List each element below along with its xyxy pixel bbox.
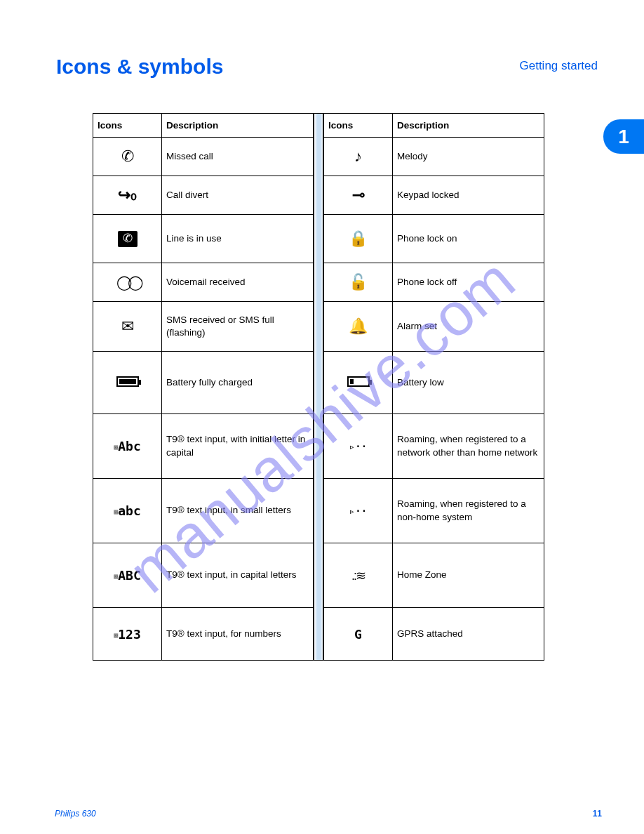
page-footer: Philips 630 11 [55,809,602,819]
phone-lock-on-icon: 🔒 [349,231,368,246]
table-row: ↪₀ Call divert [93,176,314,215]
row-label: T9® text input, in capital letters [162,543,314,608]
row-label: GPRS attached [393,608,544,661]
icons-tables: Icons Description ✆ Missed call ↪₀ Call … [93,113,544,661]
footer-left: Philips 630 [55,809,96,819]
row-label: Voicemail received [162,263,314,302]
header-icons: Icons [93,114,162,138]
header-icons: Icons [324,114,393,138]
table-row: ▩ABC T9® text input, in capital letters [93,543,314,608]
row-label: SMS received or SMS full (flashing) [162,302,314,352]
line-in-use-icon: ✆ [118,231,137,247]
table-row: ⊸ Keypad locked [324,176,544,215]
gprs-icon: G [354,627,362,642]
row-label: Battery fully charged [162,352,314,414]
phone-lock-off-icon: 🔓 [349,274,368,290]
header-description: Description [162,114,314,138]
t9-numeric-icon: ▩123 [114,627,141,642]
table-row: ✉ SMS received or SMS full (flashing) [93,302,314,352]
missed-call-icon: ✆ [121,149,134,164]
table-row: ◯◯ Voicemail received [93,263,314,302]
table-row: ▩Abc T9® text input, with initial letter… [93,414,314,479]
page-number: 11 [593,809,602,819]
row-label: Line is in use [162,215,314,263]
table-row: ▩abc T9® text input, in small letters [93,479,314,543]
table-row: .:≋ Home Zone [324,543,544,608]
battery-low-icon [347,376,370,387]
sms-icon: ✉ [121,319,134,334]
table-row: Battery low [324,352,544,414]
table-row: ✆ Missed call [93,138,314,176]
keypad-locked-icon: ⊸ [352,187,365,203]
table-row: ▹·· Roaming, when registered to a non-ho… [324,479,544,543]
page-title: Icons & symbols [56,55,223,79]
row-label: T9® text input, for numbers [162,608,314,661]
breadcrumb: Getting started [519,59,598,73]
table-row: ▹·· Roaming, when registered to a networ… [324,414,544,479]
table-row: 🔔 Alarm set [324,302,544,352]
row-label: Home Zone [393,543,544,608]
table-row: ♪ Melody [324,138,544,176]
roaming-home-icon: ▹·· [349,441,367,452]
row-label: Battery low [393,352,544,414]
row-label: Melody [393,138,544,176]
row-label: Phone lock off [393,263,544,302]
header-description: Description [393,114,544,138]
melody-icon: ♪ [354,149,362,164]
t9-lowercase-icon: ▩abc [114,503,141,518]
row-label: Roaming, when registered to a network ot… [393,414,544,479]
row-label: Phone lock on [393,215,544,263]
call-divert-icon: ↪₀ [118,187,137,203]
table-row: ▩123 T9® text input, for numbers [93,608,314,661]
t9-uppercase-icon: ▩ABC [114,568,141,583]
voicemail-icon: ◯◯ [116,275,139,289]
row-label: Call divert [162,176,314,215]
t9-initial-cap-icon: ▩Abc [114,439,141,454]
icons-table-right: Icons Description ♪ Melody ⊸ Keypad lock… [323,113,544,661]
table-row: G GPRS attached [324,608,544,661]
table-row: 🔓 Phone lock off [324,263,544,302]
row-label: Missed call [162,138,314,176]
row-label: Keypad locked [393,176,544,215]
table-row: 🔒 Phone lock on [324,215,544,263]
table-row: ✆ Line is in use [93,215,314,263]
icons-table-left: Icons Description ✆ Missed call ↪₀ Call … [93,113,314,661]
row-label: T9® text input, with initial letter in c… [162,414,314,479]
row-label: T9® text input, in small letters [162,479,314,543]
alarm-set-icon: 🔔 [349,319,368,334]
roaming-non-home-icon: ▹·· [349,505,367,517]
home-zone-icon: .:≋ [351,569,365,582]
table-row: Battery fully charged [93,352,314,414]
table-divider [314,113,323,661]
table-header-row: Icons Description [324,114,544,138]
battery-full-icon [116,376,139,387]
table-header-row: Icons Description [93,114,314,138]
row-label: Roaming, when registered to a non-home s… [393,479,544,543]
section-tab: 1 [603,119,644,154]
row-label: Alarm set [393,302,544,352]
